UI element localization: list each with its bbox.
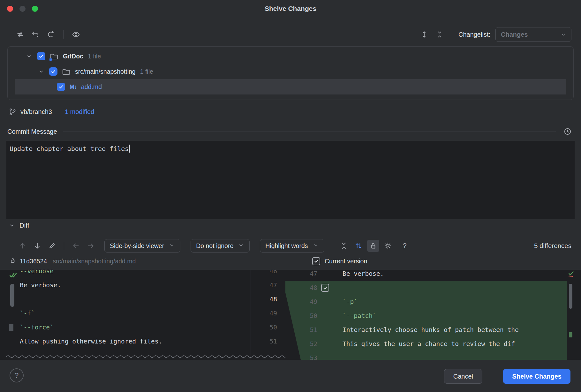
- readonly-lock-icon: [10, 257, 16, 265]
- commit-history-clock-icon[interactable]: [562, 125, 574, 138]
- directory-checkbox[interactable]: [49, 67, 57, 76]
- tree-node-name: src/main/snapshotting: [75, 68, 136, 75]
- line-number: 47: [291, 270, 317, 281]
- gitdoc-checkbox[interactable]: [37, 52, 45, 60]
- diff-section-header[interactable]: Diff: [9, 220, 29, 231]
- chevron-down-icon: [560, 31, 567, 38]
- diff-settings-gear-icon[interactable]: [382, 240, 394, 252]
- diff-line-left-49[interactable]: `-f`: [20, 306, 250, 320]
- chevron-down-icon: [313, 242, 319, 250]
- folder-icon: [62, 67, 71, 76]
- git-branch-icon: [9, 108, 17, 116]
- highlight-mode-dropdown[interactable]: Highlight words: [260, 239, 324, 253]
- right-scrollbar-thumb[interactable]: [569, 284, 572, 309]
- collapse-unchanged-icon[interactable]: [338, 240, 350, 252]
- divider: [63, 132, 556, 132]
- text-caret: [129, 145, 130, 153]
- line-number: 47: [252, 278, 277, 292]
- include-change-checkbox[interactable]: [321, 284, 329, 292]
- tree-node-count: 1 file: [140, 68, 153, 75]
- collapse-all-icon[interactable]: [434, 28, 446, 41]
- line-number: 49: [252, 306, 277, 320]
- refresh-icon[interactable]: [45, 28, 57, 41]
- chevron-down-icon: [238, 242, 244, 250]
- diff-file-header: 11d36524 src/main/snapshotting/add.md Cu…: [10, 255, 571, 268]
- line-number-current: 48: [252, 292, 277, 306]
- help-button[interactable]: ?: [10, 368, 24, 382]
- differences-count: 5 differences: [534, 242, 571, 250]
- window-title: Shelve Changes: [0, 5, 581, 12]
- titlebar: Shelve Changes: [0, 0, 581, 17]
- ignore-mode-dropdown[interactable]: Do not ignore: [191, 239, 250, 253]
- expand-all-icon[interactable]: [418, 28, 430, 41]
- diff-line-left-46[interactable]: --verbose: [20, 270, 250, 278]
- diff-help-icon[interactable]: ?: [403, 242, 407, 250]
- line-number: 48: [291, 281, 317, 295]
- chevron-down-icon[interactable]: [26, 53, 33, 59]
- changes-tree: GitDoc 1 file src/main/snapshotting 1 fi…: [7, 46, 574, 100]
- left-change-marker: [9, 324, 13, 331]
- file-checkbox[interactable]: [57, 83, 65, 91]
- chevron-down-icon[interactable]: [38, 68, 45, 75]
- diff-line-right-49[interactable]: `-p`: [343, 295, 566, 309]
- edit-pencil-icon[interactable]: [46, 240, 58, 252]
- line-number: 51: [252, 335, 277, 349]
- dialog-footer: ? Cancel Shelve Changes: [0, 360, 581, 392]
- modified-files-link[interactable]: 1 modified: [65, 108, 94, 116]
- branch-row: vb/branch3 1 modified: [9, 105, 94, 118]
- diff-line-left-47[interactable]: Be verbose.: [20, 278, 250, 292]
- commit-message-label: Commit Message: [7, 128, 57, 135]
- added-change-stripe: [569, 332, 572, 337]
- synchronize-scrolling-icon[interactable]: [352, 240, 365, 252]
- next-difference-icon[interactable]: [31, 240, 43, 252]
- diff-line-left-51[interactable]: Allow pushing otherwise ignored files.: [20, 335, 250, 349]
- markdown-file-icon: M↓: [70, 84, 77, 90]
- commit-message-editor[interactable]: Update chapter about tree files: [6, 141, 575, 219]
- refresh-changes-icon[interactable]: [14, 28, 26, 41]
- close-window-button[interactable]: [7, 6, 13, 12]
- zoom-window-button[interactable]: [32, 6, 38, 12]
- next-change-arrow-icon[interactable]: [85, 240, 97, 252]
- toolbar-separator: [63, 30, 64, 39]
- diff-line-left-50[interactable]: `--force`: [20, 320, 250, 335]
- current-version-checkbox[interactable]: [312, 257, 320, 265]
- changelist-dropdown[interactable]: Changes: [495, 27, 571, 42]
- minimize-window-button[interactable]: [19, 6, 26, 12]
- diff-line-right-50[interactable]: `--patch`: [343, 309, 566, 323]
- rollback-icon[interactable]: [29, 28, 42, 41]
- toolbar-separator: [64, 242, 64, 250]
- line-number: 52: [291, 337, 317, 351]
- changelist-label: Changelist:: [458, 31, 490, 38]
- line-number: 51: [291, 323, 317, 337]
- diff-line-right-52[interactable]: This gives the user a chance to review t…: [343, 337, 566, 351]
- previous-change-arrow-icon[interactable]: [70, 240, 82, 252]
- changelist-value: Changes: [501, 31, 528, 38]
- cancel-button[interactable]: Cancel: [444, 369, 482, 384]
- module-folder-icon: [50, 52, 58, 61]
- diff-line-right-51[interactable]: Interactively choose hunks of patch betw…: [343, 323, 566, 337]
- tree-node-count: 1 file: [88, 53, 101, 60]
- line-number: 49: [291, 295, 317, 309]
- previous-difference-icon[interactable]: [17, 240, 29, 252]
- highlight-mode-value: Highlight words: [265, 242, 308, 250]
- line-number: 50: [291, 309, 317, 323]
- viewer-mode-dropdown[interactable]: Side-by-side viewer: [104, 239, 180, 253]
- gutter-separator: [251, 270, 251, 360]
- shelve-changes-button[interactable]: Shelve Changes: [503, 369, 570, 384]
- disable-editing-lock-icon[interactable]: [367, 240, 379, 252]
- diff-line-right-47[interactable]: Be verbose.: [343, 270, 566, 281]
- line-number: 46: [252, 270, 277, 278]
- line-number: 50: [252, 320, 277, 335]
- tree-row-directory[interactable]: src/main/snapshotting 1 file: [8, 64, 573, 79]
- tree-row-file-addmd[interactable]: M↓ add.md: [15, 79, 566, 94]
- chevron-down-icon: [169, 242, 175, 250]
- right-marker-column: [567, 270, 581, 360]
- revision-hash: 11d36524: [20, 258, 47, 265]
- tree-node-name: GitDoc: [63, 53, 83, 60]
- left-scrollbar-thumb[interactable]: [10, 284, 14, 307]
- current-version-toggle[interactable]: Current version: [312, 255, 367, 268]
- ignore-mode-value: Do not ignore: [196, 242, 233, 250]
- tree-row-gitdoc[interactable]: GitDoc 1 file: [8, 49, 573, 64]
- main-toolbar: Changelist: Changes: [10, 27, 571, 42]
- preview-diff-eye-icon[interactable]: [70, 28, 82, 41]
